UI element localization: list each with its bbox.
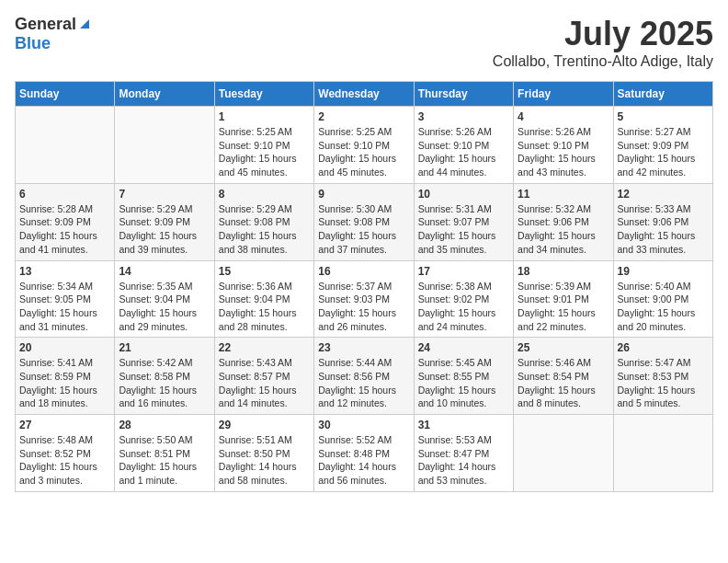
calendar-cell: 22Sunrise: 5:43 AM Sunset: 8:57 PM Dayli… (214, 338, 313, 415)
day-number: 8 (219, 188, 310, 201)
day-number: 11 (518, 188, 609, 201)
calendar-table: SundayMondayTuesdayWednesdayThursdayFrid… (15, 81, 713, 492)
title-area: July 2025 Collalbo, Trentino-Alto Adige,… (493, 15, 713, 70)
calendar-cell: 2Sunrise: 5:25 AM Sunset: 9:10 PM Daylig… (314, 107, 414, 184)
day-info: Sunrise: 5:43 AM Sunset: 8:57 PM Dayligh… (219, 356, 310, 410)
calendar-week-row: 20Sunrise: 5:41 AM Sunset: 8:59 PM Dayli… (16, 338, 713, 415)
location-title: Collalbo, Trentino-Alto Adige, Italy (493, 53, 713, 70)
calendar-header-saturday: Saturday (613, 82, 712, 107)
calendar-cell: 14Sunrise: 5:35 AM Sunset: 9:04 PM Dayli… (115, 260, 214, 338)
day-number: 21 (119, 341, 210, 354)
day-number: 14 (119, 265, 210, 278)
calendar-cell: 26Sunrise: 5:47 AM Sunset: 8:53 PM Dayli… (613, 338, 712, 415)
calendar-cell: 17Sunrise: 5:38 AM Sunset: 9:02 PM Dayli… (414, 260, 513, 338)
logo-blue-text: Blue (15, 34, 51, 52)
day-info: Sunrise: 5:53 AM Sunset: 8:47 PM Dayligh… (418, 433, 509, 488)
month-title: July 2025 (493, 15, 713, 53)
day-info: Sunrise: 5:29 AM Sunset: 9:09 PM Dayligh… (119, 202, 210, 257)
day-info: Sunrise: 5:45 AM Sunset: 8:55 PM Dayligh… (418, 356, 509, 410)
calendar-week-row: 27Sunrise: 5:48 AM Sunset: 8:52 PM Dayli… (16, 415, 713, 492)
calendar-cell: 30Sunrise: 5:52 AM Sunset: 8:48 PM Dayli… (314, 415, 414, 492)
calendar-header-friday: Friday (514, 82, 613, 107)
calendar-cell: 5Sunrise: 5:27 AM Sunset: 9:09 PM Daylig… (613, 107, 712, 184)
day-info: Sunrise: 5:44 AM Sunset: 8:56 PM Dayligh… (318, 356, 409, 410)
calendar-cell: 7Sunrise: 5:29 AM Sunset: 9:09 PM Daylig… (115, 183, 214, 260)
day-number: 19 (618, 265, 709, 278)
day-number: 24 (418, 341, 509, 354)
calendar-cell: 9Sunrise: 5:30 AM Sunset: 9:08 PM Daylig… (314, 183, 414, 260)
day-info: Sunrise: 5:48 AM Sunset: 8:52 PM Dayligh… (19, 433, 110, 488)
page-header: General Blue July 2025 Collalbo, Trentin… (15, 15, 713, 70)
calendar-cell: 11Sunrise: 5:32 AM Sunset: 9:06 PM Dayli… (514, 183, 613, 260)
calendar-header-monday: Monday (115, 82, 214, 107)
day-number: 26 (618, 341, 709, 354)
day-number: 27 (19, 419, 110, 431)
calendar-week-row: 13Sunrise: 5:34 AM Sunset: 9:05 PM Dayli… (16, 260, 713, 338)
day-number: 6 (19, 188, 110, 201)
calendar-cell: 21Sunrise: 5:42 AM Sunset: 8:58 PM Dayli… (115, 338, 214, 415)
day-info: Sunrise: 5:51 AM Sunset: 8:50 PM Dayligh… (219, 433, 310, 488)
calendar-cell: 25Sunrise: 5:46 AM Sunset: 8:54 PM Dayli… (514, 338, 613, 415)
calendar-cell: 4Sunrise: 5:26 AM Sunset: 9:10 PM Daylig… (514, 107, 613, 184)
calendar-cell: 13Sunrise: 5:34 AM Sunset: 9:05 PM Dayli… (16, 260, 115, 338)
day-number: 16 (318, 265, 409, 278)
calendar-cell: 16Sunrise: 5:37 AM Sunset: 9:03 PM Dayli… (314, 260, 414, 338)
calendar-header-thursday: Thursday (414, 82, 513, 107)
day-info: Sunrise: 5:37 AM Sunset: 9:03 PM Dayligh… (318, 280, 409, 334)
day-number: 5 (618, 110, 709, 123)
day-info: Sunrise: 5:32 AM Sunset: 9:06 PM Dayligh… (518, 202, 609, 257)
day-info: Sunrise: 5:33 AM Sunset: 9:06 PM Dayligh… (618, 202, 709, 257)
day-info: Sunrise: 5:46 AM Sunset: 8:54 PM Dayligh… (518, 356, 609, 410)
calendar-cell (613, 415, 712, 492)
day-number: 30 (318, 419, 409, 431)
day-number: 12 (618, 188, 709, 201)
day-info: Sunrise: 5:42 AM Sunset: 8:58 PM Dayligh… (119, 356, 210, 410)
calendar-cell: 28Sunrise: 5:50 AM Sunset: 8:51 PM Dayli… (115, 415, 214, 492)
calendar-cell: 27Sunrise: 5:48 AM Sunset: 8:52 PM Dayli… (16, 415, 115, 492)
day-number: 3 (418, 110, 509, 123)
calendar-cell: 31Sunrise: 5:53 AM Sunset: 8:47 PM Dayli… (414, 415, 513, 492)
calendar-cell: 8Sunrise: 5:29 AM Sunset: 9:08 PM Daylig… (214, 183, 313, 260)
calendar-cell: 23Sunrise: 5:44 AM Sunset: 8:56 PM Dayli… (314, 338, 414, 415)
day-number: 22 (219, 341, 310, 354)
day-number: 29 (219, 419, 310, 431)
calendar-cell (514, 415, 613, 492)
day-info: Sunrise: 5:39 AM Sunset: 9:01 PM Dayligh… (518, 280, 609, 334)
day-info: Sunrise: 5:29 AM Sunset: 9:08 PM Dayligh… (219, 202, 310, 257)
calendar-cell: 6Sunrise: 5:28 AM Sunset: 9:09 PM Daylig… (16, 183, 115, 260)
day-info: Sunrise: 5:26 AM Sunset: 9:10 PM Dayligh… (518, 125, 609, 179)
day-info: Sunrise: 5:25 AM Sunset: 9:10 PM Dayligh… (318, 125, 409, 179)
calendar-header-row: SundayMondayTuesdayWednesdayThursdayFrid… (16, 82, 713, 107)
calendar-cell: 10Sunrise: 5:31 AM Sunset: 9:07 PM Dayli… (414, 183, 513, 260)
calendar-cell: 19Sunrise: 5:40 AM Sunset: 9:00 PM Dayli… (613, 260, 712, 338)
calendar-header-sunday: Sunday (16, 82, 115, 107)
day-info: Sunrise: 5:36 AM Sunset: 9:04 PM Dayligh… (219, 280, 310, 334)
day-info: Sunrise: 5:38 AM Sunset: 9:02 PM Dayligh… (418, 280, 509, 334)
day-number: 17 (418, 265, 509, 278)
day-info: Sunrise: 5:28 AM Sunset: 9:09 PM Dayligh… (19, 202, 110, 257)
calendar-cell: 15Sunrise: 5:36 AM Sunset: 9:04 PM Dayli… (214, 260, 313, 338)
day-number: 18 (518, 265, 609, 278)
day-number: 2 (318, 110, 409, 123)
day-info: Sunrise: 5:40 AM Sunset: 9:00 PM Dayligh… (618, 280, 709, 334)
day-info: Sunrise: 5:47 AM Sunset: 8:53 PM Dayligh… (618, 356, 709, 410)
svg-marker-0 (80, 19, 89, 29)
calendar-cell: 18Sunrise: 5:39 AM Sunset: 9:01 PM Dayli… (514, 260, 613, 338)
day-number: 13 (19, 265, 110, 278)
logo-triangle-icon (78, 17, 91, 34)
day-info: Sunrise: 5:26 AM Sunset: 9:10 PM Dayligh… (418, 125, 509, 179)
calendar-cell: 24Sunrise: 5:45 AM Sunset: 8:55 PM Dayli… (414, 338, 513, 415)
day-number: 15 (219, 265, 310, 278)
day-number: 28 (119, 419, 210, 431)
day-number: 25 (518, 341, 609, 354)
day-number: 4 (518, 110, 609, 123)
day-number: 1 (219, 110, 310, 123)
calendar-cell: 1Sunrise: 5:25 AM Sunset: 9:10 PM Daylig… (214, 107, 313, 184)
day-number: 20 (19, 341, 110, 354)
day-number: 7 (119, 188, 210, 201)
day-info: Sunrise: 5:25 AM Sunset: 9:10 PM Dayligh… (219, 125, 310, 179)
day-info: Sunrise: 5:52 AM Sunset: 8:48 PM Dayligh… (318, 433, 409, 488)
calendar-header-wednesday: Wednesday (314, 82, 414, 107)
logo: General Blue (15, 15, 91, 53)
day-info: Sunrise: 5:41 AM Sunset: 8:59 PM Dayligh… (19, 356, 110, 410)
